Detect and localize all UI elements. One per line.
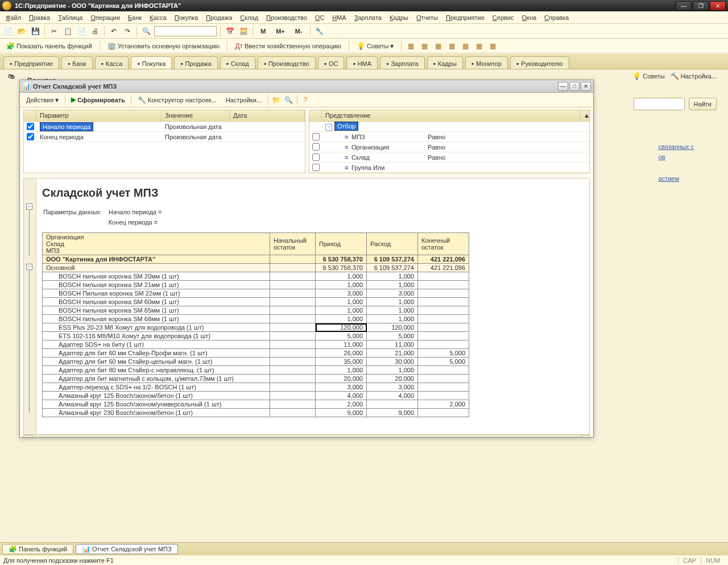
- show-panel-button[interactable]: 🧩Показать панель функций: [2, 41, 96, 51]
- tool-icon-2[interactable]: 🔍: [283, 94, 295, 106]
- form-button[interactable]: ▶Сформировать: [68, 95, 129, 105]
- undo-icon[interactable]: ↶: [108, 26, 119, 37]
- filter-check[interactable]: [312, 133, 320, 140]
- module-tab-руководителю[interactable]: ▪Руководителю: [510, 56, 569, 69]
- filter-row[interactable]: =СкладРавно: [309, 152, 589, 163]
- filter-row[interactable]: =МПЗРавно: [309, 132, 589, 142]
- module-tab-склад[interactable]: ▪Склад: [220, 56, 255, 69]
- grid-row[interactable]: ESS Plus 20-23 M8 Хомут для водопровода …: [43, 323, 469, 332]
- tb-icon-4[interactable]: ▦: [446, 40, 457, 52]
- module-tab-покупка[interactable]: ▪Покупка: [131, 56, 172, 69]
- filter-check[interactable]: [312, 164, 320, 171]
- menu-банк[interactable]: Банк: [125, 13, 145, 22]
- cut-icon[interactable]: ✂: [48, 26, 60, 37]
- grid-row[interactable]: BOSCH пильная коронка SM 21мм (1 шт)1,00…: [43, 281, 469, 289]
- param-row[interactable]: Конец периодаПроизвольная дата: [24, 132, 305, 142]
- menu-предприятие[interactable]: Предприятие: [442, 13, 488, 22]
- tips-button[interactable]: 💡Советы▾: [353, 41, 398, 51]
- task-report[interactable]: 📊Отчет Складской учет МПЗ: [76, 544, 178, 554]
- filter-row[interactable]: =Группа Или: [309, 163, 589, 173]
- win-maximize-icon[interactable]: □: [569, 82, 580, 91]
- grid-row[interactable]: Адаптер для бит 60 мм Стайер-цельный маг…: [43, 358, 469, 366]
- filter-check[interactable]: [312, 143, 320, 151]
- menu-окна[interactable]: Окна: [519, 13, 540, 22]
- menu-справка[interactable]: Справка: [541, 13, 572, 22]
- param-check[interactable]: [27, 123, 34, 130]
- tips-link[interactable]: 💡Советы: [632, 73, 664, 80]
- constructor-button[interactable]: 🔧Конструктор настроек...: [134, 95, 221, 105]
- module-tab-кадры[interactable]: ▪Кадры: [427, 56, 463, 69]
- tb-icon-3[interactable]: ▦: [432, 40, 444, 52]
- module-tab-ос[interactable]: ▪ОС: [318, 56, 345, 69]
- menu-склад[interactable]: Склад: [237, 13, 262, 22]
- filter-root[interactable]: −Отбор: [309, 122, 589, 132]
- grid-row[interactable]: Адаптер для бит магнитный с кольцом, ц/м…: [43, 375, 469, 383]
- menu-сервис[interactable]: Сервис: [489, 13, 518, 22]
- menu-касса[interactable]: Касса: [146, 13, 170, 22]
- scroll-right-icon[interactable]: ►: [581, 435, 590, 437]
- settings-button[interactable]: Настройки...: [222, 95, 266, 105]
- module-tab-банк[interactable]: ▪Банк: [61, 56, 93, 69]
- grid-row[interactable]: Алмазный круг 230 Bosch/эконом/бетон (1 …: [43, 409, 469, 417]
- collapse-1[interactable]: −: [26, 203, 32, 210]
- tb-icon-2[interactable]: ▦: [419, 40, 430, 52]
- right-link-2[interactable]: ов: [659, 153, 694, 160]
- tb-icon-5[interactable]: ▦: [460, 40, 471, 52]
- filter-row[interactable]: =ОрганизацияРавно: [309, 142, 589, 152]
- help-icon[interactable]: ?: [300, 94, 311, 106]
- report-grid[interactable]: Организация Склад МПЗ Начальный остаток …: [42, 232, 469, 417]
- menu-зарплата[interactable]: Зарплата: [351, 13, 385, 22]
- menu-файл[interactable]: Файл: [2, 13, 24, 22]
- param-check[interactable]: [27, 133, 34, 140]
- enter-op-button[interactable]: ДтВвести хозяйственную операцию: [231, 41, 345, 51]
- restore-button[interactable]: ❐: [693, 1, 709, 11]
- scroll-left-icon[interactable]: ◄: [23, 435, 32, 437]
- right-link-1[interactable]: связанных с: [659, 143, 694, 150]
- menu-таблица[interactable]: Таблица: [55, 13, 86, 22]
- module-tab-монитор[interactable]: ▪Монитор: [465, 56, 508, 69]
- grid-row[interactable]: Адаптер для бит 60 мм Стайер-Профи магн.…: [43, 349, 469, 358]
- new-icon[interactable]: 📄: [2, 26, 14, 37]
- grid-row[interactable]: Адаптер для бит 80 мм Стайер-с направляю…: [43, 366, 469, 375]
- h-scrollbar[interactable]: ◄ ►: [23, 435, 590, 437]
- page-search-input[interactable]: [634, 98, 685, 110]
- param-row[interactable]: Начало периодаПроизвольная дата: [24, 122, 305, 132]
- grid-row[interactable]: Основной6 530 758,3706 109 537,274421 22…: [43, 264, 469, 272]
- grid-row[interactable]: BOSCH пильная коронка SM 60мм (1 шт)1,00…: [43, 298, 469, 306]
- task-panel[interactable]: 🧩Панель функций: [2, 544, 73, 554]
- tb-icon-1[interactable]: ▦: [405, 40, 416, 52]
- settings-link[interactable]: 🔨Настройка...: [671, 73, 717, 80]
- grid-row[interactable]: ETS 102-116 M8/M10 Хомут для водопровода…: [43, 332, 469, 340]
- grid-row[interactable]: Алмазный круг 125 Bosch/эконом/универсал…: [43, 400, 469, 409]
- wrench-icon[interactable]: 🔧: [314, 26, 325, 37]
- tb-icon-6[interactable]: ▦: [473, 40, 485, 52]
- grid-row[interactable]: Адаптер-переход с SDS+ на 1/2- BOSCH (1 …: [43, 383, 469, 392]
- copy-icon[interactable]: 📋: [62, 26, 73, 37]
- grid-row[interactable]: Алмазный круг 125 Bosch/эконом/бетон (1 …: [43, 392, 469, 400]
- win-minimize-icon[interactable]: —: [558, 82, 568, 91]
- grid-row[interactable]: ООО "Картинка для ИНФОСТАРТА"6 530 758,3…: [43, 255, 469, 264]
- open-icon[interactable]: 📂: [16, 26, 27, 37]
- right-link-3[interactable]: астием: [659, 175, 694, 182]
- save-icon[interactable]: 💾: [30, 26, 41, 37]
- actions-button[interactable]: Действия▾: [22, 95, 63, 105]
- menu-ос[interactable]: ОС: [312, 13, 328, 22]
- main-menu[interactable]: ФайлПравкаТаблицаОперацииБанкКассаПокупк…: [0, 11, 728, 24]
- module-tab-касса[interactable]: ▪Касса: [95, 56, 129, 69]
- m-plus[interactable]: M+: [272, 26, 289, 36]
- menu-операции[interactable]: Операции: [87, 13, 123, 22]
- menu-отчеты[interactable]: Отчеты: [413, 13, 441, 22]
- module-tab-производство[interactable]: ▪Производство: [258, 56, 316, 69]
- tool-icon-1[interactable]: 📁: [271, 94, 282, 106]
- collapse-2[interactable]: −: [26, 264, 32, 270]
- grid-row[interactable]: Адаптер SDS+ на биту (1 шт)11,00011,000: [43, 340, 469, 349]
- collapse-icon[interactable]: −: [325, 124, 332, 131]
- tb-icon-7[interactable]: ▦: [487, 40, 498, 52]
- m-minus[interactable]: M-: [291, 26, 307, 36]
- minimize-button[interactable]: —: [676, 1, 692, 11]
- m-indicator[interactable]: M: [257, 26, 270, 36]
- print-icon[interactable]: 🖨: [89, 26, 101, 37]
- win-close-icon[interactable]: ✕: [581, 82, 591, 91]
- filter-check[interactable]: [312, 153, 320, 161]
- menu-правка[interactable]: Правка: [26, 13, 53, 22]
